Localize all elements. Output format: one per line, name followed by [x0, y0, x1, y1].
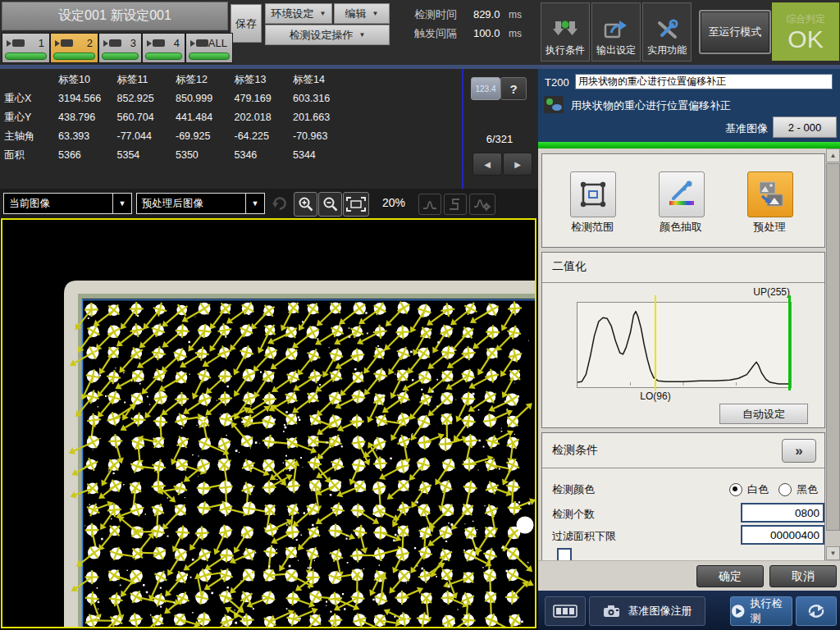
camera-register-icon: [603, 604, 623, 619]
detection-color-label: 检测颜色: [552, 482, 595, 497]
tool-type-icon: [544, 96, 564, 113]
numeric-display-toggle-button[interactable]: 123.4: [471, 77, 500, 100]
display-image-select[interactable]: 预处理后图像 ▼: [136, 193, 265, 214]
help-button[interactable]: ?: [500, 77, 527, 100]
display-settings-button[interactable]: [469, 194, 495, 215]
fit-to-screen-button[interactable]: [343, 192, 369, 217]
display-image-value: 预处理后图像: [137, 197, 245, 211]
environment-settings-menu[interactable]: 环境设定 ▼: [265, 3, 332, 24]
next-page-button[interactable]: ▶: [503, 153, 532, 176]
scroll-down-button[interactable]: ▼: [826, 546, 840, 560]
utility-functions-label: 实用功能: [647, 43, 687, 57]
tool-name-input[interactable]: [575, 74, 833, 89]
ok-button[interactable]: 确定: [696, 565, 764, 587]
camera-tab-4[interactable]: 4: [142, 33, 185, 63]
profile-display-button[interactable]: [444, 194, 467, 215]
zoom-level-value: 20%: [382, 196, 405, 209]
export-arrow-icon: [603, 18, 629, 41]
area-lower-limit-input[interactable]: [741, 525, 824, 545]
cell-value: 5350: [176, 149, 235, 161]
inspection-settings-ops-menu[interactable]: 检测设定操作 ▼: [265, 25, 390, 45]
cancel-button[interactable]: 取消: [769, 565, 837, 587]
camera-icon: [103, 39, 121, 47]
edit-menu-label: 编辑: [345, 7, 367, 21]
preprocess-label: 预处理: [737, 220, 802, 235]
trigger-interval-unit: ms: [509, 28, 522, 39]
camera-status-bar: [5, 52, 47, 60]
curve-gear-icon: [473, 198, 491, 211]
black-radio-label: 黑色: [797, 482, 818, 497]
fit-screen-icon: [346, 197, 366, 212]
cell-value: -69.925: [176, 130, 235, 142]
edit-menu[interactable]: 编辑 ▼: [334, 3, 390, 24]
run-inspection-button[interactable]: 执行检测: [730, 596, 792, 626]
camera-status-bar: [145, 52, 182, 60]
right-arrow-icon: ▶: [514, 160, 521, 169]
color-extract-button[interactable]: [659, 171, 705, 217]
settings-title: 设定001 新设定001: [2, 2, 228, 30]
inspection-time-label: 检测时间: [414, 8, 457, 21]
scroll-up-button[interactable]: ▲: [826, 148, 840, 162]
filmstrip-icon: [553, 604, 578, 619]
chevron-down-icon: ▼: [359, 31, 366, 39]
output-settings-button[interactable]: 输出设定: [591, 2, 641, 62]
utility-functions-button[interactable]: 实用功能: [642, 2, 692, 62]
lower-threshold-line[interactable]: [655, 295, 656, 390]
camera-tab-all-label: ALL: [208, 37, 227, 49]
white-radio-label: 白色: [747, 482, 769, 497]
column-header: 标签14: [293, 73, 352, 87]
auto-set-button[interactable]: 自动设定: [719, 404, 808, 424]
image-viewport[interactable]: [1, 218, 536, 628]
camera-tab-1[interactable]: 1: [2, 33, 50, 63]
expand-conditions-button[interactable]: »: [782, 439, 816, 463]
tool-subtitle: 用块状物的重心进行位置偏移补正: [571, 98, 731, 113]
source-image-select[interactable]: 当前图像 ▼: [3, 193, 132, 214]
vision-inspection-app: 设定001 新设定001 保存 环境设定 ▼ 编辑 ▼ 检测设定操作 ▼ 检测时…: [0, 0, 840, 630]
black-radio[interactable]: [778, 483, 792, 496]
table-divider: [462, 69, 463, 189]
refresh-icon: [271, 194, 289, 212]
detection-count-input[interactable]: [741, 503, 824, 523]
panel-scrollbar[interactable]: ▲ ▼: [826, 148, 840, 560]
tool-settings-body: 检测范围 颜色抽取: [538, 148, 840, 560]
zoom-out-button[interactable]: [318, 192, 342, 217]
detection-range-button[interactable]: [570, 171, 616, 217]
save-button[interactable]: 保存: [231, 4, 262, 43]
camera-tab-3[interactable]: 3: [98, 33, 142, 63]
profile-icon: [449, 199, 462, 210]
cell-value: 5344: [293, 149, 352, 161]
histogram-display-button[interactable]: [418, 194, 441, 215]
to-run-mode-button[interactable]: 至运行模式: [699, 10, 771, 54]
zoom-in-button[interactable]: [294, 192, 317, 217]
camera-tab-2[interactable]: 2: [50, 33, 98, 63]
partial-checkbox[interactable]: [557, 548, 572, 560]
tool-settings-panel: T200 用块状物的重心进行位置偏移补正 基准图像 2 - 000 检测: [538, 69, 840, 630]
upper-threshold-line[interactable]: [788, 295, 791, 390]
prev-page-button[interactable]: ◀: [472, 153, 502, 176]
scrollbar-thumb[interactable]: [826, 163, 840, 531]
cell-value: 5354: [117, 149, 176, 161]
detection-count-label: 检测个数: [552, 507, 595, 522]
result-page-indicator: 6/321: [468, 133, 532, 145]
continuous-update-button[interactable]: [796, 596, 837, 626]
table-row: 面积 5366 5354 5350 5346 5344: [0, 146, 352, 164]
reference-image-selector[interactable]: 2 - 000: [773, 116, 837, 138]
camera-tab-all[interactable]: ALL: [185, 33, 233, 63]
execution-conditions-button[interactable]: 执行条件: [541, 2, 590, 62]
cell-value: -64.225: [235, 130, 294, 142]
table-row: 重心Y 438.796 560.704 441.484 202.018 201.…: [0, 108, 352, 126]
image-history-button[interactable]: [545, 596, 586, 626]
column-header: 标签12: [176, 73, 235, 87]
histogram-plot: [577, 302, 792, 388]
reference-image-register-button[interactable]: 基准图像注册: [589, 596, 705, 626]
preprocess-button[interactable]: [747, 171, 793, 217]
cell-value: 441.484: [176, 112, 235, 123]
cell-value: 3194.566: [58, 93, 117, 104]
trigger-interval-value: 100.0: [460, 27, 500, 39]
dialog-footer: 确定 取消: [538, 560, 840, 591]
refresh-image-button[interactable]: [271, 194, 289, 216]
column-header: 标签10: [58, 73, 117, 87]
preprocess-icon: [755, 179, 786, 210]
white-radio[interactable]: [729, 483, 742, 496]
branch-arrows-icon: [552, 18, 578, 41]
